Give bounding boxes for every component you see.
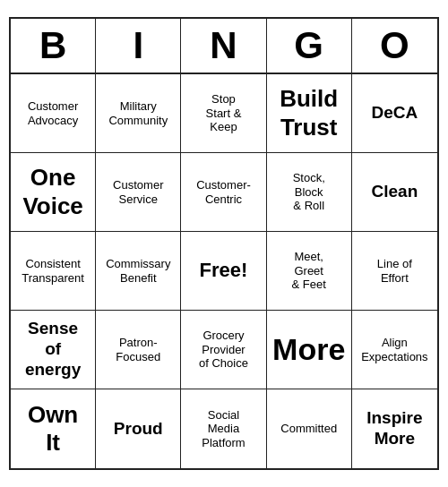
cell-text-23: Committed [280,422,337,436]
bingo-cell-15[interactable]: Senseofenergy [11,311,96,389]
bingo-cell-10[interactable]: ConsistentTransparent [11,232,96,311]
bingo-cell-23[interactable]: Committed [267,389,352,468]
header-letter-g: G [267,19,352,73]
header-letter-i: I [96,19,181,73]
cell-text-6: CustomerService [113,178,163,206]
header-letter-n: N [181,19,266,73]
bingo-grid: CustomerAdvocacyMilitaryCommunityStopSta… [11,74,437,468]
bingo-cell-22[interactable]: SocialMediaPlatform [181,389,266,468]
cell-text-17: GroceryProviderof Choice [199,329,248,371]
cell-text-2: StopStart &Keep [206,92,242,134]
bingo-cell-17[interactable]: GroceryProviderof Choice [181,311,266,389]
bingo-cell-5[interactable]: OneVoice [11,153,96,232]
cell-text-3: BuildTrust [280,85,338,141]
cell-text-9: Clean [372,182,418,202]
cell-text-18: More [272,331,345,368]
header-letter-b: B [11,19,96,73]
cell-text-0: CustomerAdvocacy [28,99,78,127]
cell-text-12: Free! [200,259,248,282]
bingo-cell-9[interactable]: Clean [352,153,437,232]
header-letter-o: O [352,19,437,73]
cell-text-19: AlignExpectations [361,336,427,363]
bingo-cell-12[interactable]: Free! [181,232,266,311]
bingo-cell-7[interactable]: Customer-Centric [181,153,266,232]
cell-text-14: Line ofEffort [377,257,412,285]
cell-text-4: DeCA [372,103,418,124]
cell-text-10: ConsistentTransparent [22,257,84,285]
cell-text-1: MilitaryCommunity [108,99,168,127]
bingo-cell-14[interactable]: Line ofEffort [352,232,437,311]
cell-text-21: Proud [114,419,163,440]
bingo-cell-3[interactable]: BuildTrust [267,74,352,153]
bingo-cell-19[interactable]: AlignExpectations [352,311,437,389]
bingo-header: BINGO [11,19,437,74]
cell-text-15: Senseofenergy [25,319,81,380]
cell-text-8: Stock,Block& Roll [293,171,325,213]
bingo-cell-13[interactable]: Meet,Greet& Feet [267,232,352,311]
bingo-cell-0[interactable]: CustomerAdvocacy [11,74,96,153]
bingo-cell-16[interactable]: Patron-Focused [96,311,181,389]
cell-text-22: SocialMediaPlatform [202,408,245,450]
cell-text-5: OneVoice [22,164,82,219]
cell-text-24: InspireMore [366,408,422,449]
cell-text-13: Meet,Greet& Feet [292,250,326,292]
bingo-cell-11[interactable]: CommissaryBenefit [96,232,181,311]
bingo-cell-4[interactable]: DeCA [352,74,437,153]
bingo-card: BINGO CustomerAdvocacyMilitaryCommunityS… [9,17,439,470]
bingo-cell-8[interactable]: Stock,Block& Roll [267,153,352,232]
cell-text-16: Patron-Focused [116,336,160,363]
cell-text-20: OwnIt [28,401,78,457]
bingo-cell-24[interactable]: InspireMore [352,389,437,468]
bingo-cell-2[interactable]: StopStart &Keep [181,74,266,153]
bingo-cell-18[interactable]: More [267,311,352,389]
cell-text-11: CommissaryBenefit [106,257,170,285]
cell-text-7: Customer-Centric [196,178,251,206]
bingo-cell-20[interactable]: OwnIt [11,389,96,468]
bingo-cell-1[interactable]: MilitaryCommunity [96,74,181,153]
bingo-cell-21[interactable]: Proud [96,389,181,468]
bingo-cell-6[interactable]: CustomerService [96,153,181,232]
